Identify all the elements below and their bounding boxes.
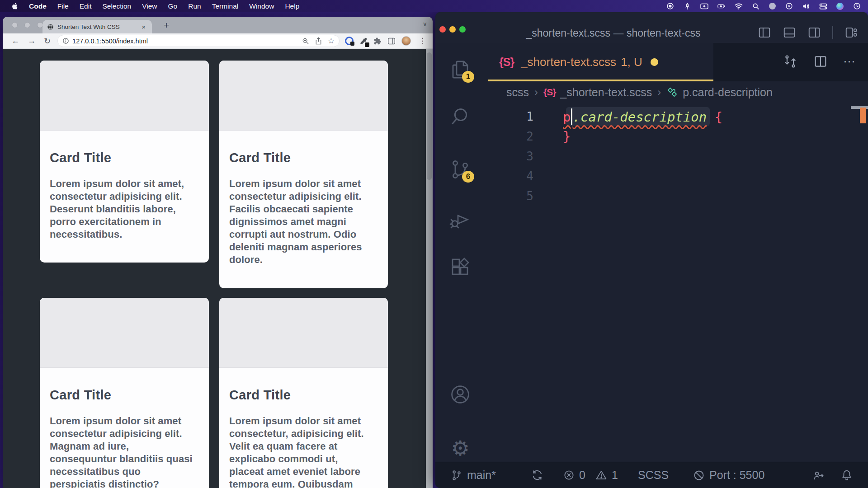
menu-file[interactable]: File xyxy=(52,0,74,12)
battery-icon[interactable] xyxy=(717,2,726,10)
page-scrollbar[interactable] xyxy=(426,49,433,488)
search-icon[interactable] xyxy=(449,106,471,127)
control-center-icon[interactable] xyxy=(819,2,827,10)
split-editor-icon[interactable] xyxy=(813,54,828,69)
extensions-icon[interactable] xyxy=(449,256,471,278)
breadcrumb-symbol[interactable]: p.card-description xyxy=(683,86,773,99)
macos-menubar: Code File Edit Selection View Go Run Ter… xyxy=(0,0,868,12)
apple-menu[interactable] xyxy=(6,0,24,12)
customize-layout-icon[interactable] xyxy=(844,26,858,39)
siri-icon[interactable] xyxy=(836,3,844,10)
minimize-window-button[interactable] xyxy=(24,22,30,28)
vscode-window-title: _shorten-text.scss — shorten-text-css xyxy=(435,27,791,39)
forward-button[interactable]: → xyxy=(24,36,40,46)
zoom-page-icon[interactable] xyxy=(302,38,309,45)
browser-tab[interactable]: Shorten Text With CSS × xyxy=(42,20,152,33)
overview-ruler-warning-mark xyxy=(860,108,866,123)
do-not-disturb-icon[interactable] xyxy=(769,3,776,9)
menu-terminal[interactable]: Terminal xyxy=(207,0,244,12)
source-control-badge: 6 xyxy=(462,171,474,183)
volume-icon[interactable] xyxy=(802,2,810,10)
menu-selection[interactable]: Selection xyxy=(97,0,137,12)
accounts-icon[interactable] xyxy=(449,384,471,405)
play-circle-icon[interactable] xyxy=(785,2,793,10)
url-text[interactable]: 127.0.0.1:5500/index.html xyxy=(72,38,296,45)
browser-tab-bar: Shorten Text With CSS × + ∨ xyxy=(3,17,433,33)
chevron-right-icon: › xyxy=(534,86,538,99)
run-debug-icon[interactable] xyxy=(449,209,471,230)
bookmark-star-icon[interactable]: ☆ xyxy=(328,36,335,46)
close-window-button[interactable] xyxy=(12,22,18,28)
card-description: Lorem ipsum dolor sit amet, consectetur … xyxy=(50,178,196,241)
explorer-badge: 1 xyxy=(462,71,474,83)
card-description: Lorem ipsum dolor sit amet consectetur a… xyxy=(50,415,196,488)
settings-gear-icon[interactable]: ⚙ xyxy=(449,437,471,459)
git-branch-status[interactable]: main* xyxy=(451,462,496,488)
address-bar[interactable]: 127.0.0.1:5500/index.html ☆ xyxy=(57,35,340,47)
toggle-secondary-sidebar-icon[interactable] xyxy=(807,26,821,39)
side-panel-icon[interactable] xyxy=(387,38,396,45)
vscode-titlebar: _shorten-text.scss — shorten-text-css xyxy=(435,12,868,43)
open-changes-icon[interactable] xyxy=(783,54,798,69)
breadcrumb-file[interactable]: _shorten-text.scss xyxy=(560,86,652,99)
menu-window[interactable]: Window xyxy=(244,0,279,12)
sass-file-icon: {S} xyxy=(543,87,556,98)
code-editor[interactable]: 1 p.card-description { 2 } 3 4 5 xyxy=(488,103,868,462)
share-icon[interactable] xyxy=(315,37,322,45)
editor-tab[interactable]: {S} _shorten-text.scss 1, U xyxy=(488,43,713,81)
menu-help[interactable]: Help xyxy=(279,0,305,12)
spotlight-search-icon[interactable] xyxy=(752,2,760,10)
colorpicker-extension-icon[interactable] xyxy=(359,37,368,45)
card: Card Title Lorem ipsum dolor sit amet co… xyxy=(40,298,209,488)
code-text: } xyxy=(563,129,571,144)
card-image-placeholder xyxy=(40,61,209,131)
apple-icon xyxy=(11,2,19,10)
toggle-primary-sidebar-icon[interactable] xyxy=(758,26,771,39)
toggle-panel-icon[interactable] xyxy=(783,26,796,39)
extensions-puzzle-icon[interactable] xyxy=(373,37,382,45)
reload-button[interactable]: ↻ xyxy=(40,36,55,46)
card-title: Card Title xyxy=(229,388,375,403)
language-mode[interactable]: SCSS xyxy=(638,462,669,488)
new-tab-button[interactable]: + xyxy=(160,19,173,32)
live-server-port[interactable]: Port : 5500 xyxy=(693,462,764,488)
clock-icon[interactable] xyxy=(853,2,861,10)
feedback-icon[interactable] xyxy=(812,462,825,488)
tab-overflow-chevron-icon[interactable]: ∨ xyxy=(423,20,427,28)
sync-changes-button[interactable] xyxy=(531,462,543,488)
line-number: 1 xyxy=(488,110,533,123)
source-control-icon[interactable]: 6 xyxy=(449,159,471,180)
menu-run[interactable]: Run xyxy=(183,0,206,12)
site-info-icon[interactable] xyxy=(62,38,69,44)
explorer-icon[interactable]: 1 xyxy=(449,59,471,80)
tab-close-icon[interactable]: × xyxy=(140,23,147,31)
webpage-content: Card Title Lorem ipsum dolor sit amet, c… xyxy=(3,49,433,488)
wifi-icon[interactable] xyxy=(735,2,743,10)
menu-edit[interactable]: Edit xyxy=(74,0,97,12)
symbol-selector-icon xyxy=(666,86,678,98)
status-bar: main* 0 1 SCSS Port : 5500 xyxy=(435,462,868,488)
password-manager-extension-icon[interactable] xyxy=(345,37,354,45)
notifications-bell-icon[interactable] xyxy=(841,462,853,488)
more-actions-icon[interactable]: ⋯ xyxy=(843,54,855,69)
profile-avatar[interactable] xyxy=(401,36,411,46)
problems-status[interactable]: 0 1 xyxy=(563,462,618,488)
screen-record-icon[interactable] xyxy=(666,2,674,10)
menu-go[interactable]: Go xyxy=(163,0,183,12)
breadcrumb-folder[interactable]: scss xyxy=(506,86,529,99)
chevron-right-icon: › xyxy=(657,86,661,99)
card-title: Card Title xyxy=(229,150,375,165)
display-mirroring-icon[interactable] xyxy=(700,2,708,10)
code-text: p.card-description { xyxy=(563,108,722,125)
menu-view[interactable]: View xyxy=(137,0,162,12)
menu-app-name[interactable]: Code xyxy=(24,0,52,12)
card-image-placeholder xyxy=(219,298,388,368)
rocket-icon[interactable] xyxy=(683,2,691,10)
browser-menu-kebab-icon[interactable]: ⋮ xyxy=(417,36,428,46)
warning-count: 1 xyxy=(612,469,618,482)
card-image-placeholder xyxy=(219,61,388,131)
unsaved-dot-icon[interactable] xyxy=(651,58,658,66)
page-scrollbar-thumb[interactable] xyxy=(427,52,432,180)
back-button[interactable]: ← xyxy=(7,36,24,46)
scss-error-squiggle: p.card-description xyxy=(563,109,707,125)
